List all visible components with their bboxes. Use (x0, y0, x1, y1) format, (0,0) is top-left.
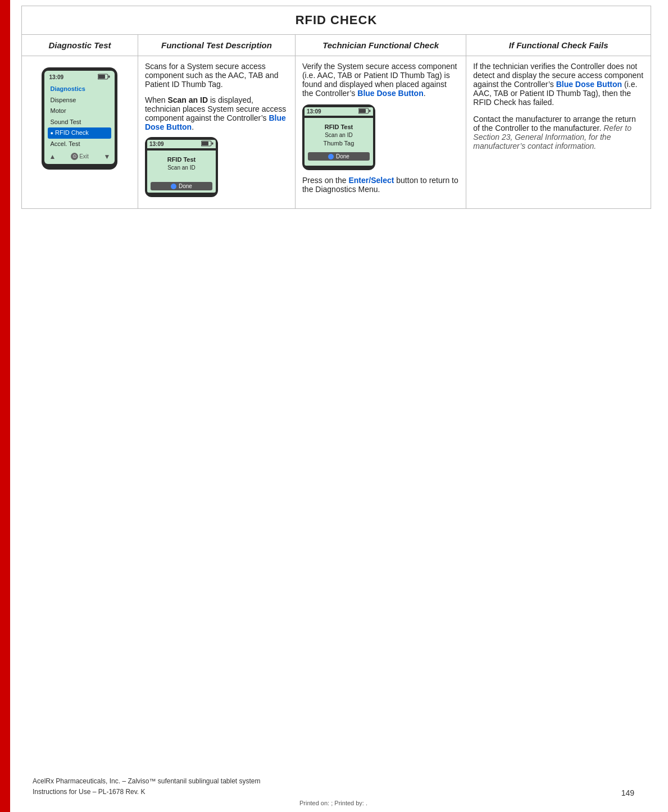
device-nav: ▲ ⊙ Exit ▼ (48, 153, 111, 161)
device-mockup: 13:09 (42, 67, 117, 170)
rfid-screen-2: RFID Test Scan an ID Thumb Tag Done (305, 118, 373, 166)
device-menu: Diagnostics Dispense Motor Sound Test ● … (48, 84, 111, 150)
fails-para2: Contact the manufacturer to arrange the … (473, 115, 644, 150)
menu-item-rfidcheck: ● RFID Check (48, 127, 111, 139)
device-screen: 13:09 (44, 71, 115, 164)
done-circle-icon-1 (171, 184, 176, 189)
rfid-status-bar-2: 13:09 (305, 107, 373, 116)
col-header-fails: If Functional Check Fails (466, 35, 651, 56)
technician-check-cell: Verify the System secure access componen… (295, 56, 466, 209)
rfid-mockup-1: 13:09 RFID Test (145, 137, 218, 197)
nav-up-icon: ▲ (49, 153, 56, 161)
rfid-mockup-2: 13:09 RFID Test (302, 104, 375, 170)
svg-rect-2 (108, 76, 110, 78)
red-bar (0, 0, 10, 812)
rfid-title-2: RFID Test (325, 124, 353, 130)
page-footer: AcelRx Pharmaceuticals, Inc. – Zalviso™ … (21, 759, 651, 812)
done-circle-icon-2 (328, 154, 334, 159)
rfid-battery-2 (358, 108, 371, 115)
enter-select-link: Enter/Select (348, 176, 394, 185)
menu-item-dispense: Dispense (48, 95, 111, 106)
check-fails-cell: If the technician verifies the Controlle… (466, 56, 651, 209)
page-header: RFID CHECK (21, 6, 651, 34)
rfid-done-2: Done (308, 152, 370, 161)
nav-exit-btn: ⊙ Exit (71, 153, 89, 160)
device-time: 13:09 (49, 74, 63, 80)
svg-rect-1 (98, 75, 105, 79)
rfid-title-1: RFID Test (167, 156, 196, 163)
main-table: Diagnostic Test Functional Test Descript… (21, 34, 651, 209)
functional-para2: When Scan an ID is displayed, technician… (145, 95, 288, 131)
svg-rect-4 (202, 142, 208, 145)
page-number: 149 (621, 788, 634, 797)
footer-printed: Printed on: ; Printed by: . (33, 800, 634, 806)
footer-line1: AcelRx Pharmaceuticals, Inc. – Zalviso™ … (33, 776, 261, 787)
menu-item-acceltest: Accel. Test (48, 139, 111, 150)
nav-down-icon: ▼ (104, 153, 111, 161)
svg-rect-8 (369, 110, 371, 112)
menu-item-diagnostics: Diagnostics (48, 84, 111, 95)
rfid-screen-1: RFID Test Scan an ID Done (147, 150, 216, 193)
svg-rect-7 (359, 109, 366, 113)
table-row: 13:09 (22, 56, 651, 209)
technician-para2: Press on the Enter/Select button to retu… (302, 176, 459, 194)
footer-text-block: AcelRx Pharmaceuticals, Inc. – Zalviso™ … (33, 776, 261, 797)
rfid-status-bar-1: 13:09 (147, 140, 216, 148)
rfid-subtitle-2: Scan an ID (325, 132, 352, 138)
rfid-time-2: 13:09 (307, 108, 321, 115)
content-area: RFID CHECK Diagnostic Test Functional Te… (10, 0, 668, 812)
functional-para1: Scans for a System secure access compone… (145, 62, 288, 89)
footer-line: AcelRx Pharmaceuticals, Inc. – Zalviso™ … (33, 776, 634, 797)
page-title: RFID CHECK (22, 13, 651, 28)
svg-rect-5 (212, 143, 213, 145)
battery-icon (98, 74, 110, 81)
thumb-tag-text: Thumb Tag (324, 140, 355, 147)
col-header-technician: Technician Functional Check (295, 35, 466, 56)
fails-para1: If the technician verifies the Controlle… (473, 62, 644, 107)
menu-item-motor: Motor (48, 106, 111, 117)
menu-item-soundtest: Sound Test (48, 117, 111, 128)
blue-dose-link-col3: Blue Dose Button (357, 89, 423, 98)
status-bar: 13:09 (48, 73, 111, 81)
rfid-subtitle-1: Scan an ID (167, 165, 195, 171)
table-header-row: Diagnostic Test Functional Test Descript… (22, 35, 651, 56)
rfid-done-1: Done (151, 182, 212, 190)
rfid-battery-1 (201, 140, 213, 148)
rfid-time-1: 13:09 (149, 141, 164, 147)
col-header-functional: Functional Test Description (138, 35, 295, 56)
functional-test-cell: Scans for a System secure access compone… (138, 56, 295, 209)
blue-dose-link-col4: Blue Dose Button (556, 80, 622, 89)
page-container: RFID CHECK Diagnostic Test Functional Te… (0, 0, 668, 812)
diagnostic-test-cell: 13:09 (22, 56, 138, 209)
col-header-diagnostic: Diagnostic Test (22, 35, 138, 56)
footer-line2: Instructions for Use – PL-1678 Rev. K (33, 787, 261, 797)
technician-para1: Verify the System secure access componen… (302, 62, 459, 98)
